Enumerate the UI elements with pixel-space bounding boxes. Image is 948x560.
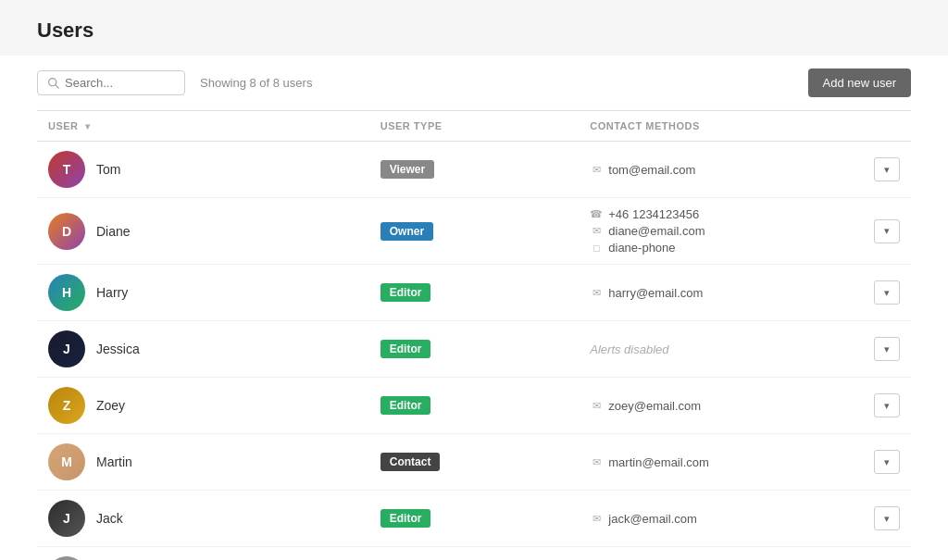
user-cell-inner: H Harry: [48, 274, 358, 311]
contact-item: ✉ zoey@email.com: [590, 399, 701, 413]
user-type-cell-harry: Editor: [369, 265, 580, 321]
user-type-cell-jack: Editor: [369, 491, 580, 547]
search-icon: [47, 77, 59, 89]
search-input[interactable]: [65, 76, 175, 90]
users-table: USER ▾ USER TYPE CONTACT METHODS T Tom V…: [37, 110, 911, 560]
contact-value: zoey@email.com: [608, 399, 701, 413]
row-action-button[interactable]: ▾: [874, 219, 900, 243]
svg-line-1: [56, 85, 58, 88]
contact-cell-travis: ✉ travis@email.com ▾: [579, 547, 911, 561]
page-header: Users: [0, 0, 948, 56]
user-cell-harry: H Harry: [37, 265, 369, 321]
contact-value: tom@email.com: [608, 163, 695, 177]
contact-item: ✉ harry@email.com: [590, 286, 703, 300]
add-user-button[interactable]: Add new user: [808, 68, 912, 97]
user-type-badge: Owner: [380, 222, 433, 241]
col-user-type: USER TYPE: [369, 111, 580, 142]
user-type-cell-travis: Contact: [369, 547, 580, 561]
user-name: Martin: [96, 454, 132, 469]
contact-item: □ diane-phone: [590, 241, 705, 255]
user-cell-zoey: Z Zoey: [37, 378, 369, 434]
avatar: J: [48, 330, 85, 367]
user-cell-inner: M Martin: [48, 443, 358, 480]
table-row: T Tom Viewer ✉ tom@email.com ▾: [37, 142, 911, 198]
contact-info: ☎ +46 1234123456 ✉ diane@email.com □ dia…: [590, 207, 705, 255]
contact-type-icon: ✉: [590, 400, 603, 412]
contact-info: ✉ martin@email.com: [590, 455, 709, 469]
row-action-button[interactable]: ▾: [874, 280, 900, 305]
contact-type-icon: □: [590, 243, 603, 254]
contact-value: jack@email.com: [608, 512, 697, 526]
user-type-badge: Contact: [380, 453, 441, 471]
user-type-badge: Viewer: [380, 160, 434, 179]
contact-cell-diane: ☎ +46 1234123456 ✉ diane@email.com □ dia…: [579, 198, 911, 265]
row-action-button[interactable]: ▾: [874, 393, 900, 417]
table-row: J Jack Editor ✉ jack@email.com ▾: [37, 491, 911, 547]
row-action-button[interactable]: ▾: [874, 450, 900, 474]
user-type-cell-martin: Contact: [369, 434, 580, 491]
contact-item: ✉ jack@email.com: [590, 512, 697, 526]
user-name: Diane: [96, 224, 131, 239]
row-action-button[interactable]: ▾: [874, 157, 900, 181]
contact-type-icon: ✉: [590, 456, 603, 468]
table-row: J Jessica Editor Alerts disabled ▾: [37, 321, 911, 378]
user-cell-inner: Z Zoey: [48, 387, 358, 424]
contact-info: ✉ tom@email.com: [590, 163, 695, 177]
user-type-cell-zoey: Editor: [369, 378, 580, 434]
user-name: Tom: [96, 162, 120, 177]
contact-info: ✉ jack@email.com: [590, 512, 697, 526]
contact-item: ✉ martin@email.com: [590, 455, 709, 469]
contact-type-icon: ✉: [590, 513, 603, 525]
table-row: H Harry Editor ✉ harry@email.com ▾: [37, 265, 911, 321]
avatar: Z: [48, 387, 85, 424]
user-type-badge: Editor: [380, 396, 431, 415]
contact-value: diane-phone: [608, 241, 675, 255]
user-type-badge: Editor: [380, 509, 431, 528]
user-name: Zoey: [96, 398, 125, 413]
contact-cell-tom: ✉ tom@email.com ▾: [579, 142, 911, 198]
user-cell-diane: D Diane: [37, 198, 369, 265]
user-cell-martin: M Martin: [37, 434, 369, 491]
page-wrapper: Users Showing 8 of 8 users Add new user …: [0, 0, 948, 560]
user-cell-inner: J Jessica: [48, 330, 358, 367]
contact-value: martin@email.com: [608, 455, 709, 469]
user-type-cell-jessica: Editor: [369, 321, 580, 378]
contact-type-icon: ☎: [590, 208, 603, 220]
contact-info: ✉ zoey@email.com: [590, 399, 701, 413]
col-contact-methods: CONTACT METHODS: [579, 111, 911, 142]
alerts-disabled-text: Alerts disabled: [590, 342, 668, 356]
contact-cell-jessica: Alerts disabled ▾: [579, 321, 911, 378]
search-box[interactable]: [37, 70, 185, 95]
contact-item: ☎ +46 1234123456: [590, 207, 705, 221]
user-cell-inner: T Tom: [48, 151, 358, 188]
user-cell-inner: T Travis: [48, 556, 358, 560]
table-row: T Travis Contact ✉ travis@email.com ▾: [37, 547, 911, 561]
row-action-button[interactable]: ▾: [874, 337, 900, 361]
user-type-cell-diane: Owner: [369, 198, 580, 265]
user-cell-inner: D Diane: [48, 213, 358, 250]
avatar: D: [48, 213, 85, 250]
table-container: USER ▾ USER TYPE CONTACT METHODS T Tom V…: [0, 110, 948, 560]
showing-text: Showing 8 of 8 users: [200, 76, 312, 90]
sort-icon: ▾: [85, 121, 91, 131]
row-action-button[interactable]: ▾: [874, 506, 900, 530]
user-cell-jessica: J Jessica: [37, 321, 369, 378]
user-cell-inner: J Jack: [48, 500, 358, 537]
user-type-badge: Editor: [380, 283, 431, 302]
contact-cell-jack: ✉ jack@email.com ▾: [579, 491, 911, 547]
col-user[interactable]: USER ▾: [37, 111, 369, 142]
page-title: Users: [37, 19, 911, 43]
table-header-row: USER ▾ USER TYPE CONTACT METHODS: [37, 111, 911, 142]
avatar: H: [48, 274, 85, 311]
table-row: Z Zoey Editor ✉ zoey@email.com ▾: [37, 378, 911, 434]
contact-type-icon: ✉: [590, 164, 603, 176]
user-cell-travis: T Travis: [37, 547, 369, 561]
user-cell-tom: T Tom: [37, 142, 369, 198]
contact-cell-martin: ✉ martin@email.com ▾: [579, 434, 911, 491]
user-name: Jessica: [96, 342, 140, 356]
user-type-badge: Editor: [380, 340, 431, 358]
avatar: J: [48, 500, 85, 537]
contact-type-icon: ✉: [590, 225, 603, 237]
table-row: M Martin Contact ✉ martin@email.com ▾: [37, 434, 911, 491]
avatar: T: [48, 556, 85, 560]
